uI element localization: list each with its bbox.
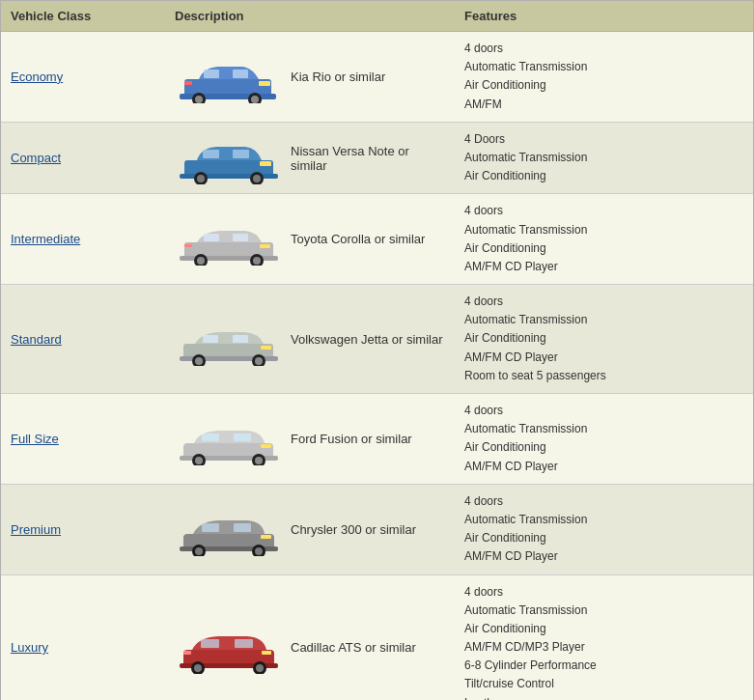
svg-rect-37 (261, 346, 271, 350)
feature-item: Air Conditioning (464, 438, 587, 457)
feature-item: Automatic Transmission (464, 221, 587, 239)
feature-item: Automatic Transmission (464, 511, 587, 529)
vehicle-class-cell: Premium (1, 485, 165, 574)
vehicle-class-table: Vehicle Class Description Features Econo… (0, 0, 754, 700)
svg-point-41 (195, 457, 203, 464)
description-cell: Kia Rio or similar (165, 32, 455, 122)
features-list: 4 doorsAutomatic TransmissionAir Conditi… (464, 402, 587, 476)
features-list: 4 doorsAutomatic TransmissionAir Conditi… (464, 40, 587, 114)
svg-rect-46 (261, 444, 271, 448)
feature-item: Leather (464, 694, 597, 700)
table-row: Economy Kia Rio or similar 4 doorsAutoma… (1, 32, 753, 123)
svg-rect-65 (183, 651, 191, 655)
svg-rect-7 (233, 70, 248, 78)
feature-item: 4 doors (464, 202, 587, 220)
svg-rect-64 (262, 651, 271, 655)
feature-item: Automatic Transmission (464, 420, 587, 438)
svg-rect-17 (233, 150, 249, 158)
svg-rect-28 (184, 244, 192, 247)
feature-item: Tilt/cruise Control (464, 675, 597, 693)
svg-point-5 (251, 96, 259, 103)
svg-point-15 (253, 175, 261, 182)
car-image (175, 131, 281, 184)
feature-item: Air Conditioning (464, 329, 606, 348)
feature-item: AM/FM CD/MP3 Player (464, 638, 597, 657)
feature-item: 4 doors (464, 402, 587, 420)
svg-point-32 (195, 357, 203, 365)
svg-point-61 (256, 664, 264, 672)
vehicle-class-link[interactable]: Economy (11, 70, 63, 84)
car-image (175, 503, 281, 556)
svg-rect-62 (201, 639, 219, 648)
features-cell: 4 doorsAutomatic TransmissionAir Conditi… (455, 32, 753, 122)
feature-item: Room to seat 5 passengers (464, 367, 606, 385)
features-list: 4 doorsAutomatic TransmissionAir Conditi… (464, 202, 587, 276)
feature-item: 4 Doors (464, 130, 587, 149)
description-cell: Nissan Versa Note or similar (165, 123, 455, 194)
feature-item: AM/FM CD Player (464, 258, 587, 276)
vehicle-class-link[interactable]: Standard (11, 332, 62, 347)
svg-point-43 (255, 457, 263, 464)
features-list: 4 doorsAutomatic TransmissionAir Conditi… (464, 492, 587, 567)
vehicle-class-cell: Standard (1, 285, 165, 393)
car-description: Cadillac ATS or similar (291, 640, 416, 655)
svg-rect-18 (260, 161, 271, 166)
svg-rect-27 (260, 244, 270, 248)
car-image (175, 212, 281, 266)
feature-item: Air Conditioning (464, 76, 587, 95)
svg-rect-53 (202, 523, 219, 532)
features-cell: 4 doorsAutomatic TransmissionAir Conditi… (455, 394, 753, 484)
svg-point-34 (255, 357, 263, 365)
feature-item: Air Conditioning (464, 239, 587, 258)
vehicle-class-cell: Compact (1, 123, 165, 194)
features-list: 4 DoorsAutomatic TransmissionAir Conditi… (464, 130, 587, 186)
feature-item: AM/FM CD Player (464, 349, 606, 367)
svg-rect-26 (233, 234, 248, 241)
features-cell: 4 doorsAutomatic TransmissionAir Conditi… (455, 285, 753, 393)
svg-rect-45 (234, 434, 251, 441)
vehicle-class-cell: Economy (1, 32, 165, 122)
svg-rect-55 (261, 535, 271, 539)
svg-point-13 (197, 175, 205, 182)
svg-point-24 (253, 257, 261, 265)
table-body: Economy Kia Rio or similar 4 doorsAutoma… (1, 32, 753, 700)
vehicle-class-link[interactable]: Luxury (11, 640, 48, 655)
car-description: Nissan Versa Note or similar (291, 144, 445, 173)
vehicle-class-cell: Intermediate (1, 194, 165, 284)
feature-item: Automatic Transmission (464, 311, 606, 329)
description-cell: Ford Fusion or similar (165, 394, 455, 484)
vehicle-class-link[interactable]: Full Size (11, 432, 59, 446)
feature-item: Automatic Transmission (464, 58, 587, 76)
table-row: Standard Volkswagen Jetta or similar 4 d… (1, 285, 753, 394)
header-description: Description (165, 1, 455, 31)
vehicle-class-link[interactable]: Intermediate (11, 232, 80, 246)
table-row: Luxury Cadillac ATS or similar 4 doorsAu… (1, 575, 753, 701)
svg-rect-63 (235, 639, 253, 648)
car-description: Chrysler 300 or similar (291, 522, 416, 537)
feature-item: Air Conditioning (464, 167, 587, 185)
feature-item: Air Conditioning (464, 620, 597, 638)
features-cell: 4 doorsAutomatic TransmissionAir Conditi… (455, 575, 753, 701)
svg-rect-25 (204, 234, 219, 241)
svg-point-50 (195, 547, 203, 555)
description-cell: Toyota Corolla or similar (165, 194, 455, 284)
svg-rect-44 (202, 434, 219, 441)
feature-item: AM/FM CD Player (464, 547, 587, 566)
feature-item: 4 doors (464, 492, 587, 511)
vehicle-class-cell: Luxury (1, 575, 165, 701)
features-cell: 4 DoorsAutomatic TransmissionAir Conditi… (455, 123, 753, 194)
table-header: Vehicle Class Description Features (1, 1, 753, 32)
car-image (175, 50, 281, 103)
svg-point-59 (194, 664, 202, 672)
car-description: Kia Rio or similar (291, 70, 385, 84)
svg-point-52 (255, 547, 263, 555)
vehicle-class-link[interactable]: Compact (11, 151, 61, 165)
svg-rect-6 (204, 70, 219, 78)
svg-rect-36 (233, 335, 248, 343)
car-description: Ford Fusion or similar (291, 432, 412, 446)
table-row: Premium Chrysler 300 or similar 4 doorsA… (1, 485, 753, 575)
vehicle-class-link[interactable]: Premium (11, 522, 61, 537)
feature-item: Air Conditioning (464, 529, 587, 547)
car-description: Volkswagen Jetta or similar (291, 332, 443, 347)
table-row: Intermediate Toyota Corolla or similar 4… (1, 194, 753, 285)
